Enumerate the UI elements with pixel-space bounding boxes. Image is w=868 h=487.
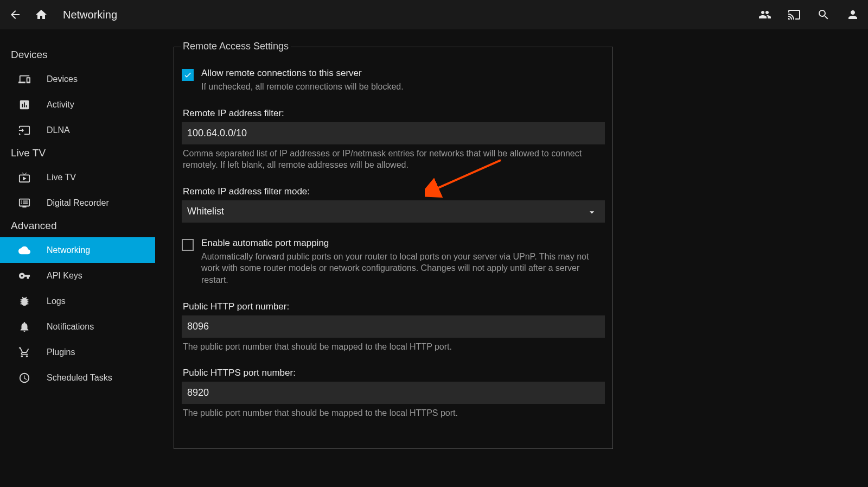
- sidebar-item-dlna[interactable]: DLNA: [0, 117, 155, 143]
- ip-filter-input[interactable]: [182, 122, 605, 144]
- sidebar-item-networking[interactable]: Networking: [0, 237, 155, 263]
- sidebar-item-apikeys[interactable]: API Keys: [0, 263, 155, 288]
- sidebar-item-label: Digital Recorder: [47, 198, 109, 208]
- dvr-icon: [18, 197, 30, 209]
- bell-icon: [18, 321, 30, 333]
- port-mapping-checkbox[interactable]: [182, 239, 194, 251]
- port-mapping-label: Enable automatic port mapping: [201, 238, 605, 249]
- sidebar-item-dvr[interactable]: Digital Recorder: [0, 190, 155, 216]
- sidebar-item-devices[interactable]: Devices: [0, 66, 155, 92]
- ip-filter-label: Remote IP address filter:: [183, 108, 605, 119]
- users-icon[interactable]: [757, 7, 773, 22]
- key-icon: [18, 270, 30, 282]
- sidebar-item-label: Scheduled Tasks: [47, 373, 112, 383]
- input-icon: [18, 124, 30, 136]
- sidebar-item-plugins[interactable]: Plugins: [0, 339, 155, 365]
- sidebar-item-logs[interactable]: Logs: [0, 288, 155, 314]
- page-title: Networking: [63, 9, 117, 21]
- filter-mode-label: Remote IP address filter mode:: [183, 186, 605, 197]
- sidebar-item-label: Activity: [47, 100, 74, 110]
- filter-mode-select[interactable]: Whitelist: [182, 200, 605, 223]
- main-content: Remote Access Settings Allow remote conn…: [155, 29, 868, 487]
- cart-icon: [18, 346, 30, 358]
- sidebar-item-livetv[interactable]: Live TV: [0, 165, 155, 190]
- sidebar-item-activity[interactable]: Activity: [0, 92, 155, 117]
- https-port-help: The public port number that should be ma…: [183, 407, 604, 419]
- sidebar-section-advanced: Advanced: [0, 216, 155, 237]
- sidebar-item-label: Logs: [47, 296, 66, 306]
- https-port-input[interactable]: [182, 382, 605, 404]
- account-icon[interactable]: [845, 7, 860, 22]
- sidebar-item-scheduled[interactable]: Scheduled Tasks: [0, 365, 155, 390]
- allow-remote-label: Allow remote connections to this server: [201, 68, 404, 79]
- sidebar: Devices Devices Activity DLNA Live TV Li…: [0, 29, 155, 487]
- schedule-icon: [18, 372, 30, 384]
- cast-icon[interactable]: [787, 7, 802, 22]
- https-port-label: Public HTTPS port number:: [183, 368, 605, 378]
- activity-icon: [18, 99, 30, 111]
- sidebar-item-notifications[interactable]: Notifications: [0, 314, 155, 339]
- top-bar: Networking: [0, 0, 868, 29]
- devices-icon: [18, 73, 30, 85]
- sidebar-item-label: Notifications: [47, 322, 94, 332]
- http-port-input[interactable]: [182, 315, 605, 338]
- ip-filter-help: Comma separated list of IP addresses or …: [183, 148, 604, 171]
- cloud-icon: [18, 244, 30, 256]
- allow-remote-checkbox[interactable]: [182, 69, 194, 81]
- sidebar-section-livetv: Live TV: [0, 143, 155, 165]
- sidebar-item-label: Plugins: [47, 347, 75, 357]
- back-button[interactable]: [8, 7, 23, 22]
- sidebar-item-label: API Keys: [47, 271, 82, 281]
- http-port-help: The public port number that should be ma…: [183, 341, 604, 353]
- sidebar-item-label: DLNA: [47, 125, 70, 135]
- remote-access-fieldset: Remote Access Settings Allow remote conn…: [174, 47, 613, 449]
- bug-icon: [18, 295, 30, 307]
- sidebar-item-label: Live TV: [47, 173, 76, 182]
- sidebar-section-devices: Devices: [0, 45, 155, 66]
- allow-remote-help: If unchecked, all remote connections wil…: [201, 81, 404, 93]
- search-button[interactable]: [816, 7, 831, 22]
- livetv-icon: [18, 172, 30, 184]
- fieldset-legend: Remote Access Settings: [181, 41, 291, 52]
- sidebar-item-label: Devices: [47, 74, 78, 84]
- port-mapping-help: Automatically forward public ports on yo…: [201, 251, 605, 286]
- http-port-label: Public HTTP port number:: [183, 301, 605, 312]
- home-button[interactable]: [34, 7, 49, 22]
- sidebar-item-label: Networking: [47, 245, 90, 255]
